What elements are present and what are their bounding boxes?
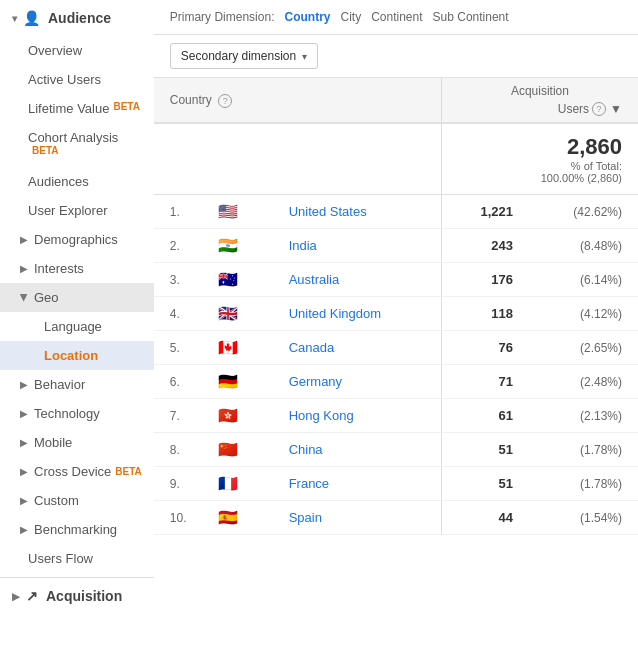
- chevron-icon-cross-device: ▶: [20, 466, 28, 477]
- sidebar-item-lifetime-value[interactable]: Lifetime ValueBETA: [0, 94, 154, 123]
- row-num-8: 8.: [154, 433, 203, 467]
- primary-dimension-label: Primary Dimension:: [170, 10, 275, 24]
- users-subheader: Users ? ▼: [450, 102, 630, 116]
- total-row: 2,860 % of Total: 100.00% (2,860): [154, 123, 638, 195]
- main-content: Primary Dimension: Country City Continen…: [154, 0, 638, 662]
- sidebar-item-cohort-analysis[interactable]: Cohort Analysis BETA: [0, 123, 154, 167]
- sidebar-item-geo[interactable]: ▶ Geo: [0, 283, 154, 312]
- dimension-continent[interactable]: Continent: [371, 10, 422, 24]
- row-num-7: 7.: [154, 399, 203, 433]
- sidebar-item-mobile[interactable]: ▶ Mobile: [0, 428, 154, 457]
- row-num-4: 4.: [154, 297, 203, 331]
- row-flag-3: 🇦🇺: [202, 263, 272, 297]
- table-row: 1. 🇺🇸 United States 1,221 (42.62%): [154, 195, 638, 229]
- table-row: 8. 🇨🇳 China 51 (1.78%): [154, 433, 638, 467]
- sidebar-item-cross-device[interactable]: ▶ Cross Device BETA: [0, 457, 154, 486]
- chevron-down-icon: ▾: [302, 51, 307, 62]
- row-pct-6: (2.48%): [529, 365, 638, 399]
- row-pct-1: (42.62%): [529, 195, 638, 229]
- total-value: 2,860: [458, 134, 622, 160]
- row-num-5: 5.: [154, 331, 203, 365]
- sidebar-item-custom[interactable]: ▶ Custom: [0, 486, 154, 515]
- audience-label: Audience: [48, 10, 111, 26]
- arrow-icon: ▾: [12, 13, 17, 24]
- row-country-6[interactable]: Germany: [273, 365, 442, 399]
- row-value-8: 51: [441, 433, 529, 467]
- table-header: Country ? Acquisition Users ? ▼: [154, 78, 638, 123]
- row-country-7[interactable]: Hong Kong: [273, 399, 442, 433]
- row-country-10[interactable]: Spain: [273, 501, 442, 535]
- sidebar-item-user-explorer[interactable]: User Explorer: [0, 196, 154, 225]
- row-value-6: 71: [441, 365, 529, 399]
- row-value-9: 51: [441, 467, 529, 501]
- table-row: 5. 🇨🇦 Canada 76 (2.65%): [154, 331, 638, 365]
- secondary-dimension-bar: Secondary dimension ▾: [154, 35, 638, 78]
- sort-icon[interactable]: ▼: [610, 102, 622, 116]
- sidebar-item-overview[interactable]: Overview: [0, 36, 154, 65]
- row-country-8[interactable]: China: [273, 433, 442, 467]
- row-flag-8: 🇨🇳: [202, 433, 272, 467]
- row-country-5[interactable]: Canada: [273, 331, 442, 365]
- row-num-2: 2.: [154, 229, 203, 263]
- row-value-10: 44: [441, 501, 529, 535]
- sidebar-item-active-users[interactable]: Active Users: [0, 65, 154, 94]
- person-icon: 👤: [23, 10, 40, 26]
- data-table: Country ? Acquisition Users ? ▼ 2,86: [154, 78, 638, 535]
- sidebar-item-users-flow[interactable]: Users Flow: [0, 544, 154, 573]
- beta-badge: BETA: [113, 101, 139, 112]
- sidebar-section-audience[interactable]: ▾ 👤 Audience: [0, 0, 154, 36]
- sidebar-item-demographics[interactable]: ▶ Demographics: [0, 225, 154, 254]
- dimension-country[interactable]: Country: [284, 10, 330, 24]
- row-flag-10: 🇪🇸: [202, 501, 272, 535]
- primary-dimension-bar: Primary Dimension: Country City Continen…: [154, 0, 638, 35]
- row-country-1[interactable]: United States: [273, 195, 442, 229]
- users-help-icon[interactable]: ?: [592, 102, 606, 116]
- row-pct-9: (1.78%): [529, 467, 638, 501]
- acquisition-label: Acquisition: [46, 588, 122, 604]
- sidebar-sub-item-location[interactable]: Location: [0, 341, 154, 370]
- row-pct-5: (2.65%): [529, 331, 638, 365]
- row-flag-1: 🇺🇸: [202, 195, 272, 229]
- chevron-icon-mobile: ▶: [20, 437, 28, 448]
- sidebar-item-audiences[interactable]: Audiences: [0, 167, 154, 196]
- row-pct-10: (1.54%): [529, 501, 638, 535]
- table-row: 9. 🇫🇷 France 51 (1.78%): [154, 467, 638, 501]
- row-value-7: 61: [441, 399, 529, 433]
- country-header: Country ?: [154, 78, 442, 123]
- sidebar: ▾ 👤 Audience Overview Active Users Lifet…: [0, 0, 154, 662]
- row-pct-3: (6.14%): [529, 263, 638, 297]
- total-percent-value: 100.00% (2,860): [458, 172, 622, 184]
- table-row: 4. 🇬🇧 United Kingdom 118 (4.12%): [154, 297, 638, 331]
- secondary-dimension-button[interactable]: Secondary dimension ▾: [170, 43, 318, 69]
- chevron-icon-custom: ▶: [20, 495, 28, 506]
- total-percent-label: % of Total:: [458, 160, 622, 172]
- country-help-icon[interactable]: ?: [218, 94, 232, 108]
- row-value-3: 176: [441, 263, 529, 297]
- sidebar-sub-item-language[interactable]: Language: [0, 312, 154, 341]
- beta-badge-cross-device: BETA: [115, 466, 141, 477]
- row-country-3[interactable]: Australia: [273, 263, 442, 297]
- row-num-3: 3.: [154, 263, 203, 297]
- row-country-9[interactable]: France: [273, 467, 442, 501]
- row-country-4[interactable]: United Kingdom: [273, 297, 442, 331]
- row-flag-2: 🇮🇳: [202, 229, 272, 263]
- sidebar-item-behavior[interactable]: ▶ Behavior: [0, 370, 154, 399]
- row-value-5: 76: [441, 331, 529, 365]
- sidebar-item-technology[interactable]: ▶ Technology: [0, 399, 154, 428]
- row-num-9: 9.: [154, 467, 203, 501]
- table-row: 6. 🇩🇪 Germany 71 (2.48%): [154, 365, 638, 399]
- row-num-1: 1.: [154, 195, 203, 229]
- dimension-city[interactable]: City: [340, 10, 361, 24]
- sidebar-section-acquisition[interactable]: ▶ ↗ Acquisition: [0, 577, 154, 614]
- table-row: 7. 🇭🇰 Hong Kong 61 (2.13%): [154, 399, 638, 433]
- table-row: 10. 🇪🇸 Spain 44 (1.54%): [154, 501, 638, 535]
- sidebar-item-interests[interactable]: ▶ Interests: [0, 254, 154, 283]
- chevron-icon-technology: ▶: [20, 408, 28, 419]
- sidebar-item-benchmarking[interactable]: ▶ Benchmarking: [0, 515, 154, 544]
- dimension-sub-continent[interactable]: Sub Continent: [433, 10, 509, 24]
- chevron-icon-geo: ▶: [19, 294, 30, 302]
- row-country-2[interactable]: India: [273, 229, 442, 263]
- row-pct-8: (1.78%): [529, 433, 638, 467]
- row-flag-4: 🇬🇧: [202, 297, 272, 331]
- table-row: 2. 🇮🇳 India 243 (8.48%): [154, 229, 638, 263]
